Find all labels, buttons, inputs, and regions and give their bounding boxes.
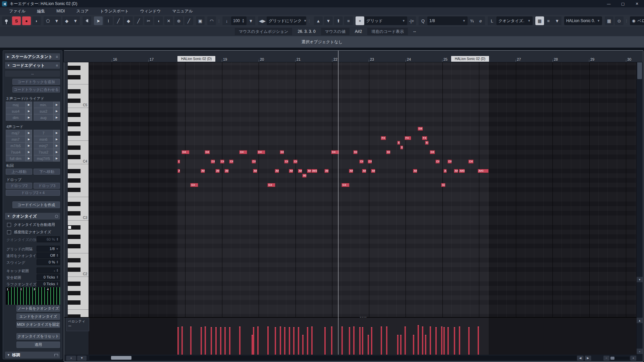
velocity-bar[interactable] [425,335,426,355]
chord-button-sus4[interactable]: sus4 [6,108,25,114]
chord-arrow-button[interactable]: ▶ [25,130,32,136]
piano-key-black[interactable] [68,122,80,126]
velocity-bar[interactable] [371,327,372,355]
piano-key-black[interactable] [68,155,80,159]
piano-key-black[interactable] [68,291,80,295]
add-controller-lane-button[interactable]: ＋ [66,356,76,361]
velocity-bar[interactable] [177,327,179,355]
maximize-button[interactable]: ▢ [616,0,630,7]
midi-note[interactable]: F4 [405,136,411,140]
create-chord-event-button[interactable]: コードイベントを作成 [12,201,60,208]
chord-arrow-button[interactable]: ▶ [25,149,32,155]
minimize-button[interactable]: — [602,0,616,7]
menu-item-0[interactable]: ファイル [3,7,31,15]
object-selection-tool[interactable]: ➤ [94,16,103,25]
tuplet-field[interactable]: Off ▲▼ [37,252,60,258]
piano-key-black[interactable] [68,211,80,216]
menu-item-5[interactable]: ウィンドウ [135,7,166,15]
velocity-bar[interactable] [324,327,326,355]
midi-note[interactable]: A#3 [215,169,220,173]
freeze-quantize-button[interactable]: MIDI クオンタイズを固定 [16,321,60,328]
velocity-bar[interactable] [220,327,221,355]
velocity-bar[interactable] [443,327,445,355]
piano-key-black[interactable] [68,66,80,70]
midi-note[interactable]: A#3 [275,169,279,173]
piano-key-black[interactable] [68,89,80,94]
piano-key-black[interactable] [68,235,80,239]
velocity-bar[interactable] [280,326,281,355]
velocity-bar[interactable] [302,335,304,355]
vertical-scrollbar[interactable]: ▲ ▼ ▲ ＋ [637,51,643,355]
midi-note[interactable]: C4 [368,160,372,164]
part-list-dropdown[interactable]: ▼ [553,16,561,25]
piano-key-black[interactable] [68,267,80,272]
piano-key-black[interactable] [68,188,80,192]
solo-editor-button[interactable]: S [12,16,21,25]
midi-note[interactable]: A#3 [443,169,447,173]
auto-apply-checkbox[interactable] [7,223,11,227]
insert-velocity-stepper[interactable]: ▲▼ [242,18,245,23]
velocity-bar[interactable] [239,326,240,355]
chord-button-maj75[interactable]: maj7/#5 [34,155,53,162]
velocity-bar[interactable] [418,325,419,355]
chord-arrow-button[interactable]: ▶ [53,114,60,121]
zoom-slider[interactable] [610,357,629,360]
menu-item-6[interactable]: マニュアル [166,7,198,15]
velocity-bar[interactable] [397,335,398,355]
chord-arrow-button[interactable]: ▶ [53,108,60,114]
midi-note[interactable]: A#3 [289,169,293,173]
midi-note[interactable]: A#3 [454,169,458,173]
part-name-flag[interactable]: HALion Sonic 02 (D) [177,56,215,62]
piano-key-black[interactable] [68,131,80,136]
velocity-grid-icon[interactable]: ▦ [605,16,613,25]
catch-stepper[interactable]: ▲▼ [56,269,58,272]
midi-note[interactable]: D#4 [400,145,403,149]
midi-note[interactable]: D4 [239,150,247,154]
auto-select-controllers-icon[interactable]: ⬠ [44,16,52,25]
midi-note[interactable]: A#3 [311,169,317,173]
velocity-bar[interactable] [468,327,470,355]
catch-range-field[interactable]: - ▲▼ [37,267,60,274]
velocity-bar[interactable] [400,335,401,355]
velocity-bar[interactable] [215,327,217,355]
piano-key-black[interactable] [68,258,80,262]
velocity-bar[interactable] [289,327,290,355]
velocity-bar[interactable] [284,327,285,355]
chord-button-min[interactable]: min. [34,102,53,108]
record-in-editor-button[interactable]: ● [22,16,31,25]
strength-stepper[interactable]: ▲▼ [56,238,58,241]
chord-arrow-button[interactable]: ▶ [25,142,32,149]
midi-note[interactable]: A#3 [307,169,311,173]
chord-arrow-button[interactable]: ▶ [25,102,32,108]
midi-note[interactable]: G3 [341,183,350,187]
note-grid[interactable]: C4A#3D4G3A#3D4C4A#3C4A#3C4D4C4A#3D4G3A#3… [89,62,636,317]
insert-velocity-dropdown[interactable]: ▼ [247,16,255,25]
auto-select-dropdown[interactable]: ▼ [52,16,61,25]
chord-button-min6[interactable]: min6 [34,136,53,142]
velocity-bar[interactable] [478,326,479,355]
chord-menu-icon[interactable]: ≡ [56,63,58,67]
swing-stepper[interactable]: ▲▼ [56,260,58,264]
velocity-bar[interactable] [386,326,387,355]
chord-button-7[interactable]: 7 [34,130,53,136]
safe-range-field[interactable]: 0 Ticks ▲▼ [37,274,60,280]
chord-arrow-button[interactable]: ▶ [53,142,60,149]
midi-note[interactable]: A#3 [478,169,489,173]
velocity-bar[interactable] [298,327,299,355]
event-colors-select[interactable]: ◉ ベロシティー [630,16,644,25]
midi-note[interactable]: C4 [229,160,233,164]
velocity-bar[interactable] [349,327,350,355]
piano-keyboard[interactable]: C5C4C3C2 [68,62,89,317]
section-scale-assistant[interactable]: ▶ スケールアシスタント ≡ [5,53,60,60]
mouse-time-position-value[interactable]: 26. 3. 3. 0 [292,29,321,34]
metronome-icon[interactable]: ⊙ [615,16,624,25]
snap-on-off-icon[interactable]: × [356,16,364,25]
grid-type-icon[interactable]: -|+ [407,16,416,25]
chord-button-7sus2[interactable]: 7sus2 [34,149,53,155]
nudge-start-right-button[interactable]: ▼ [324,16,333,25]
velocity-zoom-button[interactable]: ＋ [637,349,643,354]
chord-button-dim[interactable]: dim [6,114,25,121]
part-name-flag[interactable]: HALion Sonic 02 (D) [451,56,489,62]
velocity-bar[interactable] [381,326,382,355]
safe-stepper[interactable]: ▲▼ [56,276,58,279]
